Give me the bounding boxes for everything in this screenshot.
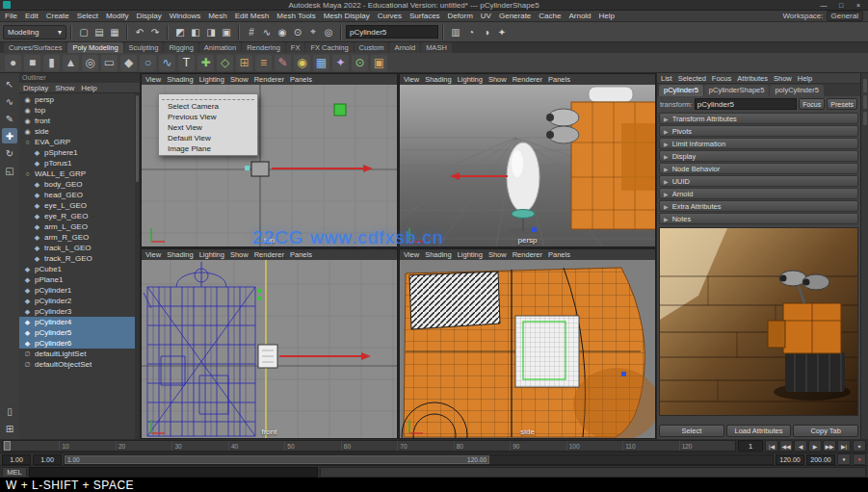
dropdown-menu-item[interactable]: Previous View <box>160 112 256 122</box>
play-back-button[interactable]: ◀ <box>794 440 807 452</box>
shelf-tab[interactable]: FX <box>286 42 305 53</box>
single-pane-layout-icon[interactable]: ▯ <box>2 403 17 419</box>
viewport-menu-item[interactable]: Renderer <box>513 250 542 259</box>
viewport-menu-item[interactable]: Shading <box>425 75 452 84</box>
viewport-menu-item[interactable]: View <box>145 250 161 259</box>
undo-icon[interactable]: ↶ <box>132 24 147 39</box>
attribute-section-header[interactable]: ▶ Arnold <box>659 188 858 199</box>
viewport-menu-item[interactable]: Show <box>488 250 507 259</box>
menu-item[interactable]: File <box>5 12 17 20</box>
viewport-menu-item[interactable]: Renderer <box>254 250 284 259</box>
viewport-side-canvas[interactable] <box>400 260 655 438</box>
select-component-icon[interactable]: ◨ <box>203 24 219 39</box>
dropdown-menu-item[interactable]: Default View <box>160 133 256 143</box>
playback-start-input[interactable] <box>33 454 62 465</box>
outliner-item-head-geo[interactable]: ◆ head_GEO <box>19 190 140 200</box>
move-tool-icon[interactable]: ✚ <box>2 128 17 143</box>
shelf-plane-icon[interactable]: ▭ <box>101 55 118 71</box>
attribute-editor-menu-item[interactable]: Selected <box>678 74 706 83</box>
viewport-front-canvas[interactable] <box>142 260 397 438</box>
ipr-render-icon[interactable]: ◑ <box>479 24 494 39</box>
range-track[interactable]: 1.00 120.00 <box>64 454 774 465</box>
shelf-mirror-icon[interactable]: ▣ <box>371 55 387 71</box>
auto-key-toggle[interactable]: ● <box>853 453 866 465</box>
shelf-quad-draw-icon[interactable]: ▦ <box>313 55 329 71</box>
viewport-menu-item[interactable]: Panels <box>548 250 570 259</box>
go-to-start-button[interactable]: |◀ <box>765 440 778 452</box>
command-input[interactable] <box>29 467 318 478</box>
node-name-input[interactable] <box>695 98 797 110</box>
viewport-menu-item[interactable]: Show <box>488 75 507 84</box>
shelf-nurbs-circle-icon[interactable]: ○ <box>140 55 156 71</box>
shelf-tab[interactable]: MASH <box>421 42 452 53</box>
snap-to-plane-icon[interactable]: ⊙ <box>290 24 305 39</box>
range-handle[interactable]: 1.00 120.00 <box>65 455 489 464</box>
attribute-editor-menu-item[interactable]: Show <box>774 74 792 83</box>
outliner-item-eye-r-geo[interactable]: ◆ eye_R_GEO <box>19 211 140 221</box>
timeline-track[interactable]: 1102030405060708090100110120 <box>2 440 736 452</box>
attribute-editor-menu-item[interactable]: Help <box>798 74 812 83</box>
shelf-tab[interactable]: Poly Modeling <box>67 42 122 53</box>
outliner-scrollbar[interactable] <box>135 93 140 439</box>
viewport-menu-item[interactable]: View <box>145 75 161 84</box>
make-live-icon[interactable]: ⌖ <box>305 24 321 39</box>
shelf-tab[interactable]: Curves/Surfaces <box>4 42 66 53</box>
viewport-persp-canvas[interactable] <box>400 85 655 246</box>
attribute-editor-tab[interactable]: pCylinderShape5 <box>704 85 770 96</box>
close-button[interactable]: × <box>852 2 865 9</box>
outliner-item-pplane1[interactable]: ◆ pPlane1 <box>19 274 140 285</box>
menu-item[interactable]: Edit Mesh <box>235 12 270 20</box>
shelf-sphere-icon[interactable]: ● <box>5 55 21 71</box>
attribute-section-header[interactable]: ▶ Display <box>659 150 858 162</box>
shelf-torus-icon[interactable]: ◎ <box>82 55 98 71</box>
shelf-target-weld-icon[interactable]: ◉ <box>294 55 310 71</box>
outliner-item-eye-l-geo[interactable]: ◆ eye_L_GEO <box>19 200 140 211</box>
menu-item[interactable]: Windows <box>170 12 200 20</box>
outliner-menu-item[interactable]: Display <box>23 84 48 92</box>
save-scene-icon[interactable]: ▦ <box>107 24 122 39</box>
outliner-item-pcylinder1[interactable]: ◆ pCylinder1 <box>19 285 140 296</box>
shelf-multicut-icon[interactable]: ✦ <box>332 55 349 71</box>
outliner-item-defaultobjectset[interactable]: ∅ defaultObjectSet <box>19 359 140 370</box>
minimize-button[interactable]: — <box>817 2 830 9</box>
redo-icon[interactable]: ↷ <box>147 24 163 39</box>
select-object-icon[interactable]: ◧ <box>188 24 203 39</box>
attribute-section-header[interactable]: ▶ Node Behavior <box>659 163 858 174</box>
outliner-item-body-geo[interactable]: ◆ body_GEO <box>19 179 140 190</box>
viewport-menu-item[interactable]: View <box>404 75 419 84</box>
four-pane-layout-icon[interactable]: ⊞ <box>2 421 17 436</box>
outliner-item-pcylinder4[interactable]: ◆ pCylinder4 <box>19 317 140 327</box>
shelf-sculpt-icon[interactable]: ✎ <box>275 55 291 71</box>
menu-item[interactable]: Mesh Display <box>324 12 370 20</box>
set-key-button[interactable]: ♦ <box>837 453 851 465</box>
footer-button[interactable]: Select <box>659 425 724 437</box>
mel-mode-toggle[interactable]: MEL <box>2 467 27 478</box>
animation-preferences-button[interactable]: ✦ <box>853 440 866 452</box>
step-back-button[interactable]: ◀◀ <box>779 440 793 452</box>
outliner-item-pcylinder6[interactable]: ◆ pCylinder6 <box>19 338 140 349</box>
attribute-editor-menu-item[interactable]: List <box>661 74 672 83</box>
outliner-item-eva-grp[interactable]: ○ EVA_GRP <box>19 137 140 147</box>
menu-set-dropdown[interactable]: Modeling ▾ <box>3 25 66 39</box>
play-forward-button[interactable]: ▶ <box>808 440 822 452</box>
shelf-cube-icon[interactable]: ■ <box>24 55 40 71</box>
shelf-platonic-icon[interactable]: ◆ <box>120 55 137 71</box>
attribute-section-header[interactable]: ▶ UUID <box>659 175 858 187</box>
viewport-menu-item[interactable]: Panels <box>290 250 312 259</box>
open-scene-icon[interactable]: ▤ <box>92 24 107 39</box>
menu-item[interactable]: Modify <box>106 12 129 20</box>
menu-item[interactable]: Surfaces <box>409 12 440 20</box>
go-to-end-button[interactable]: ▶| <box>837 440 851 452</box>
select-tool-icon[interactable]: ↖ <box>2 76 17 91</box>
workspace-value[interactable]: General <box>827 11 863 21</box>
menu-item[interactable]: UV <box>481 12 491 20</box>
shelf-boolean-icon[interactable]: ◇ <box>217 55 233 71</box>
attribute-section-header[interactable]: ▶ Pivots <box>659 125 858 137</box>
viewport-menu-item[interactable]: Shading <box>425 250 452 259</box>
tear-off-handle[interactable] <box>162 95 254 100</box>
snap-to-center-icon[interactable]: ◎ <box>321 24 336 39</box>
viewport-menu-item[interactable]: Shading <box>167 75 194 84</box>
menu-item[interactable]: Help <box>599 12 615 20</box>
paint-select-tool-icon[interactable]: ✎ <box>2 111 17 126</box>
select-asset-icon[interactable]: ▣ <box>219 24 234 39</box>
